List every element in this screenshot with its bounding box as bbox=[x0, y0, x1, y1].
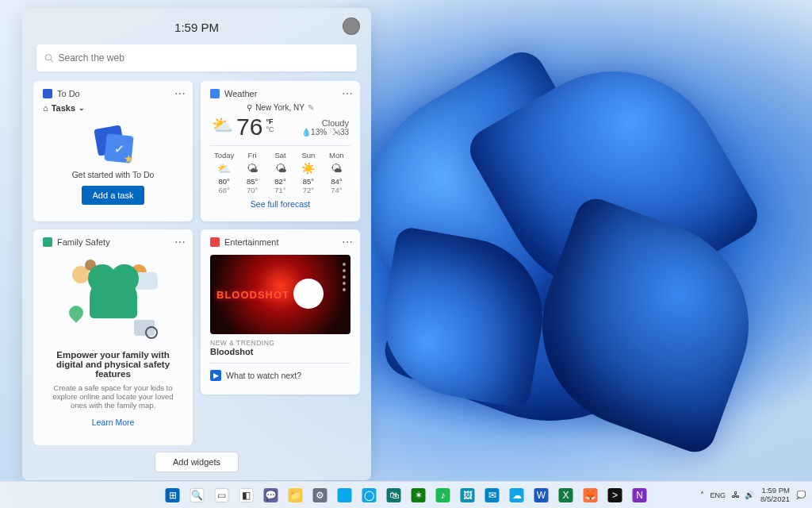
taskbar-cortana[interactable]: ◯ bbox=[359, 485, 380, 506]
ent-more-icon[interactable]: ⋯ bbox=[342, 236, 354, 248]
current-weather-icon: ⛅ bbox=[212, 115, 233, 136]
forecast-day[interactable]: Sat 🌤 82° 71° bbox=[266, 151, 294, 194]
taskbar-onedrive[interactable]: ☁ bbox=[507, 485, 527, 506]
onedrive-icon: ☁ bbox=[510, 488, 524, 502]
ent-movie-title: Bloodshot bbox=[210, 347, 350, 356]
notifications-icon[interactable]: 💭 bbox=[796, 491, 806, 499]
day-weather-icon: 🌤 bbox=[323, 162, 350, 175]
family-card: ⋯ Family Safety Empower your family with… bbox=[33, 229, 193, 445]
taskbar-photos[interactable]: 🖼 bbox=[458, 485, 478, 506]
location-pin-icon: ⚲ bbox=[247, 103, 252, 112]
cortana-icon: ◯ bbox=[362, 488, 377, 502]
taskbar-store[interactable]: 🛍 bbox=[384, 485, 404, 506]
widgets-panel: 1:59 PM ⋯ To Do ⌂ Tasks ⌄ ✓ ★ Get starte… bbox=[22, 8, 371, 480]
ent-tag: NEW & TRENDING bbox=[210, 339, 350, 347]
taskbar-terminal[interactable]: > bbox=[605, 485, 626, 506]
taskbar-explorer[interactable]: 📁 bbox=[285, 485, 306, 506]
family-title: Family Safety bbox=[57, 237, 110, 247]
weather-details: 💧13% 🌬33 bbox=[301, 128, 349, 137]
settings-icon: ⚙ bbox=[313, 488, 327, 502]
day-weather-icon: 🌤 bbox=[266, 162, 294, 175]
taskbar-widgets[interactable]: ◧ bbox=[236, 485, 257, 506]
taskbar-firefox[interactable]: 🦊 bbox=[580, 485, 601, 506]
family-learn-more-link[interactable]: Learn More bbox=[43, 418, 183, 427]
explorer-icon: 📁 bbox=[289, 488, 303, 502]
forecast-day[interactable]: Mon 🌤 84° 74° bbox=[323, 151, 350, 194]
tasks-dropdown[interactable]: ⌂ Tasks ⌄ bbox=[43, 103, 183, 113]
taskbar-onenote[interactable]: N bbox=[630, 485, 650, 506]
search-box[interactable] bbox=[36, 44, 357, 71]
add-widgets-button[interactable]: Add widgets bbox=[155, 452, 239, 472]
weather-icon bbox=[210, 89, 220, 98]
family-more-icon[interactable]: ⋯ bbox=[174, 236, 186, 248]
weather-title: Weather bbox=[224, 89, 257, 98]
tray-system-icons[interactable]: 🖧 🔊 bbox=[732, 491, 754, 499]
todo-card: ⋯ To Do ⌂ Tasks ⌄ ✓ ★ Get started with T… bbox=[33, 81, 193, 221]
weather-card: ⋯ Weather ⚲ New York, NY ✎ ⛅ 76 °F °C bbox=[201, 81, 360, 221]
xbox-icon: ✶ bbox=[412, 488, 426, 502]
forecast-day[interactable]: Fri 🌤 85° 70° bbox=[238, 151, 266, 194]
photos-icon: 🖼 bbox=[461, 488, 475, 502]
forecast-day[interactable]: Today ⛅ 80° 68° bbox=[210, 151, 238, 194]
todo-title: To Do bbox=[57, 89, 80, 98]
taskbar-excel[interactable]: X bbox=[556, 485, 576, 506]
taskbar-search[interactable]: 🔍 bbox=[187, 485, 208, 506]
tray-chevron-icon[interactable]: ˄ bbox=[700, 491, 704, 499]
entertainment-icon bbox=[210, 237, 220, 247]
todo-icon bbox=[43, 89, 52, 98]
weather-location-row[interactable]: ⚲ New York, NY ✎ bbox=[210, 103, 350, 112]
todo-caption: Get started with To Do bbox=[43, 170, 183, 179]
add-task-button[interactable]: Add a task bbox=[82, 186, 145, 205]
taskbar-spotify[interactable]: ♪ bbox=[433, 485, 454, 506]
weather-temp: 76 bbox=[236, 115, 262, 139]
todo-illustration: ✓ ★ bbox=[90, 124, 137, 165]
taskbar-mail[interactable]: ✉ bbox=[482, 485, 503, 506]
word-icon: W bbox=[534, 488, 549, 502]
day-weather-icon: ☀️ bbox=[294, 162, 322, 175]
taskbar-task-view[interactable]: ▭ bbox=[212, 485, 232, 506]
terminal-icon: > bbox=[608, 488, 622, 502]
taskbar-edge[interactable]: 🌐 bbox=[335, 485, 355, 506]
carousel-dots[interactable] bbox=[343, 263, 346, 291]
store-icon: 🛍 bbox=[387, 488, 401, 502]
what-to-watch-link[interactable]: ▶ What to watch next? bbox=[210, 363, 350, 381]
svg-line-1 bbox=[51, 60, 53, 62]
day-weather-icon: ⛅ bbox=[210, 162, 238, 175]
family-desc: Create a safe space for your kids to exp… bbox=[46, 383, 180, 410]
spotify-icon: ♪ bbox=[436, 488, 450, 502]
edge-icon: 🌐 bbox=[338, 488, 352, 502]
start-icon: ⊞ bbox=[166, 488, 180, 502]
taskbar-settings[interactable]: ⚙ bbox=[310, 485, 331, 506]
weather-more-icon[interactable]: ⋯ bbox=[342, 87, 354, 100]
todo-more-icon[interactable]: ⋯ bbox=[174, 87, 186, 100]
search-input[interactable] bbox=[58, 52, 349, 64]
system-tray: ˄ ENG 🖧 🔊 1:59 PM 8/5/2021 💭 bbox=[700, 487, 806, 503]
tray-language[interactable]: ENG bbox=[710, 491, 726, 499]
weather-condition: Cloudy bbox=[301, 118, 349, 128]
entertainment-card: ⋯ Entertainment BLOODSHOT NEW & TRENDING… bbox=[201, 229, 360, 394]
svg-point-0 bbox=[45, 55, 51, 60]
family-illustration bbox=[66, 260, 161, 339]
mail-icon: ✉ bbox=[485, 488, 500, 502]
see-forecast-link[interactable]: See full forecast bbox=[210, 199, 350, 209]
ent-title: Entertainment bbox=[224, 237, 278, 247]
taskbar: ⊞🔍▭◧💬📁⚙🌐◯🛍✶♪🖼✉☁WX🦊>N ˄ ENG 🖧 🔊 1:59 PM 8… bbox=[0, 481, 812, 508]
day-weather-icon: 🌤 bbox=[238, 162, 266, 175]
panel-time: 1:59 PM bbox=[174, 21, 219, 34]
edit-icon[interactable]: ✎ bbox=[308, 103, 314, 112]
chevron-down-icon: ⌄ bbox=[79, 104, 85, 112]
volume-icon: 🔊 bbox=[745, 491, 754, 499]
tray-clock[interactable]: 1:59 PM 8/5/2021 bbox=[760, 487, 790, 503]
tasks-label: Tasks bbox=[52, 103, 75, 113]
user-avatar[interactable] bbox=[343, 17, 360, 35]
taskbar-chat[interactable]: 💬 bbox=[261, 485, 282, 506]
taskbar-word[interactable]: W bbox=[531, 485, 552, 506]
forecast-day[interactable]: Sun ☀️ 85° 72° bbox=[294, 151, 322, 194]
task-view-icon: ▭ bbox=[215, 488, 229, 502]
taskbar-xbox[interactable]: ✶ bbox=[408, 485, 429, 506]
chat-icon: 💬 bbox=[264, 488, 278, 502]
taskbar-start[interactable]: ⊞ bbox=[163, 485, 183, 506]
movie-poster[interactable]: BLOODSHOT bbox=[210, 255, 350, 334]
unit-toggle[interactable]: °F °C bbox=[266, 117, 274, 133]
family-icon bbox=[43, 237, 52, 247]
